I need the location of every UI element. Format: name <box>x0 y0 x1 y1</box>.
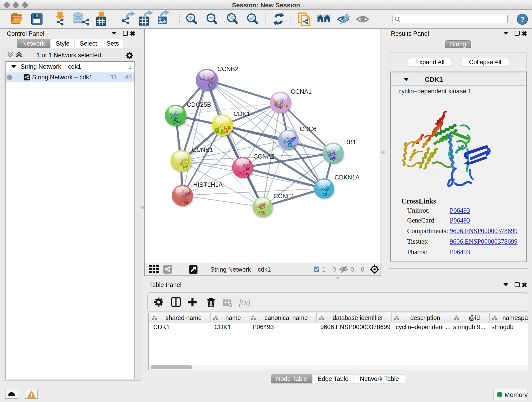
svg-text:CCNA1: CCNA1 <box>291 88 312 95</box>
svg-text:String Network – cdk1: String Network – cdk1 <box>210 266 271 273</box>
svg-text:CCNB1: CCNB1 <box>192 147 213 153</box>
svg-text:RB1: RB1 <box>344 139 356 146</box>
svg-text:HIST1H1A: HIST1H1A <box>193 181 223 188</box>
svg-text:CDK1: CDK1 <box>234 110 250 117</box>
svg-text:CDC25B: CDC25B <box>187 101 211 108</box>
svg-text:CDKN1A: CDKN1A <box>335 174 360 181</box>
svg-text:f(x): f(x) <box>239 298 250 307</box>
svg-text:0 – 0: 0 – 0 <box>351 266 364 273</box>
svg-text:CCNB2: CCNB2 <box>217 65 239 72</box>
svg-text:1 – 0: 1 – 0 <box>322 266 336 273</box>
svg-text:CCNA2: CCNA2 <box>253 153 274 160</box>
svg-text:CDC6: CDC6 <box>300 126 317 133</box>
svg-text:CCNE1: CCNE1 <box>273 193 295 200</box>
